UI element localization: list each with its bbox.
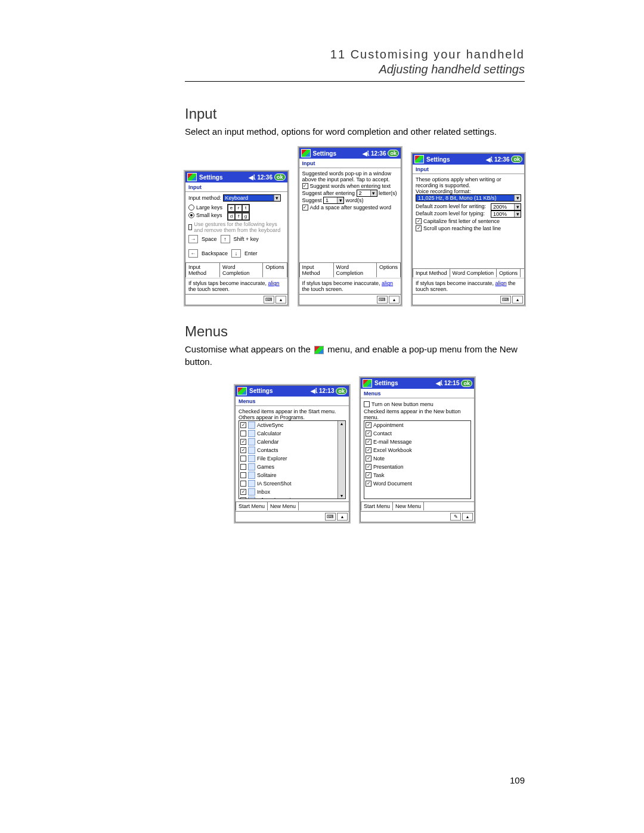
ok-button[interactable]: ok <box>274 174 286 181</box>
start-flag-icon[interactable] <box>363 379 372 388</box>
start-flag-icon[interactable] <box>187 173 197 181</box>
new-menu-list[interactable]: AppointmentContactE-mail MessageExcel Wo… <box>364 420 471 499</box>
tab-options[interactable]: Options <box>263 262 287 277</box>
gesture-shift-icon: ↑ <box>221 235 230 243</box>
list-item[interactable]: IA ScreenShot <box>239 479 345 488</box>
list-item[interactable]: Appointment <box>364 421 470 429</box>
list-item-label: File Explorer <box>257 456 287 462</box>
words-dropdown[interactable]: 1▾ <box>323 197 344 204</box>
gestures-checkbox[interactable]: Use gestures for the following keys and … <box>188 221 284 233</box>
tab-input-method[interactable]: Input Method <box>185 262 220 277</box>
tab-new-menu[interactable]: New Menu <box>268 501 299 510</box>
list-item[interactable]: Presentation <box>364 463 470 471</box>
start-flag-icon[interactable] <box>414 155 424 163</box>
small-keys-radio[interactable]: Small keys <box>188 212 222 218</box>
speaker-icon[interactable]: ◀ἱ <box>486 156 493 163</box>
list-item[interactable]: Calendar <box>239 438 345 446</box>
input-method-label: Input method: <box>188 195 221 201</box>
list-item-label: Presentation <box>373 464 404 470</box>
align-link[interactable]: align <box>382 280 393 286</box>
menus-new-intro: Checked items appear in the New button m… <box>364 408 471 420</box>
list-item[interactable]: Excel Workbook <box>364 446 470 454</box>
list-item-label: Games <box>257 464 274 470</box>
list-item[interactable]: Infrared Receive <box>239 496 345 499</box>
speaker-icon[interactable]: ◀ἱ <box>436 380 442 386</box>
capitalize-checkbox[interactable]: Capitalize first letter of sentence <box>416 218 500 224</box>
app-icon <box>248 472 255 479</box>
app-icon <box>248 438 255 445</box>
start-flag-icon[interactable] <box>301 149 311 157</box>
align-link[interactable]: align <box>496 280 507 286</box>
add-space-checkbox[interactable]: Add a space after suggested word <box>302 205 392 210</box>
app-icon <box>248 497 255 499</box>
recording-format-dropdown[interactable]: 11,025 Hz, 8 Bit, Mono (11 KB/s)▾ <box>416 194 521 202</box>
list-item[interactable]: Games <box>239 463 345 471</box>
list-item[interactable]: Note <box>364 454 470 463</box>
page-header: 11 Customising your handheld Adjusting h… <box>185 48 525 76</box>
sip-icon[interactable]: ⌨ <box>500 296 511 304</box>
gesture-space-icon: → <box>188 235 198 243</box>
tab-new-menu[interactable]: New Menu <box>393 501 424 510</box>
sip-icon[interactable]: ⌨ <box>264 296 274 304</box>
zoom-writing-dropdown[interactable]: 200%▾ <box>491 203 521 210</box>
sip-icon[interactable]: ⌨ <box>377 296 388 304</box>
list-item[interactable]: File Explorer <box>239 454 345 463</box>
sip-icon[interactable]: ✎ <box>450 513 461 521</box>
ok-button[interactable]: ok <box>388 150 399 157</box>
scrollbar[interactable]: ▴▾ <box>338 421 345 498</box>
list-item-label: Calendar <box>257 439 279 445</box>
suggest-count-row: Suggest 1▾ word(s) <box>302 197 398 204</box>
sip-up-icon[interactable]: ▴ <box>275 296 286 304</box>
screenshot-menus-start: Settings◀ἱ12:13ok Menus Checked items ap… <box>235 385 349 522</box>
ok-button[interactable]: ok <box>336 388 347 395</box>
sip-icon[interactable]: ⌨ <box>325 513 336 521</box>
list-item[interactable]: Task <box>364 471 470 479</box>
list-item-label: Contact <box>373 431 392 436</box>
scroll-checkbox[interactable]: Scroll upon reaching the last line <box>416 225 501 231</box>
list-item[interactable]: Calculator <box>239 429 345 438</box>
input-body: Select an input method, options for word… <box>185 126 525 138</box>
tabs: Input Method Word Completion Options <box>185 262 287 278</box>
start-flag-icon[interactable] <box>237 387 247 395</box>
key-preview: ert <box>227 204 250 212</box>
app-icon <box>248 488 255 496</box>
input-method-dropdown[interactable]: Keyboard▾ <box>223 194 281 202</box>
tab-start-menu[interactable]: Start Menu <box>361 501 393 510</box>
list-item[interactable]: Solitaire <box>239 471 345 479</box>
align-link[interactable]: align <box>268 280 280 286</box>
menus-heading: Menus <box>185 323 525 340</box>
list-item-label: IA ScreenShot <box>257 481 292 487</box>
turn-on-new-checkbox[interactable]: Turn on New button menu <box>364 401 434 407</box>
large-keys-radio[interactable]: Large keys <box>188 205 222 210</box>
ok-button[interactable]: ok <box>461 380 472 387</box>
speaker-icon[interactable]: ◀ἱ <box>249 174 255 181</box>
chevron-down-icon[interactable]: ▾ <box>274 195 280 201</box>
menus-start-intro: Checked items appear in the Start menu. … <box>239 408 346 420</box>
header-rule <box>185 81 525 82</box>
list-item-label: Infrared Receive <box>257 497 296 499</box>
speaker-icon[interactable]: ◀ἱ <box>363 150 369 157</box>
app-icon <box>248 463 255 470</box>
screenshot-input-method: Settings ◀ἱ 12:36 ok Input Input method:… <box>185 171 288 305</box>
list-item[interactable]: E-mail Message <box>364 438 470 446</box>
suggest-words-checkbox[interactable]: Suggest words when entering text <box>302 183 391 189</box>
list-item[interactable]: Contact <box>364 429 470 438</box>
app-icon <box>248 447 255 454</box>
input-screenshots-row: Settings ◀ἱ 12:36 ok Input Input method:… <box>185 147 525 305</box>
list-item[interactable]: Word Document <box>364 479 470 488</box>
stylus-note: If stylus taps become inaccurate, align … <box>185 278 287 294</box>
letters-dropdown[interactable]: 2▾ <box>357 190 377 197</box>
zoom-typing-dropdown[interactable]: 100%▾ <box>491 210 521 218</box>
list-item[interactable]: Inbox <box>239 488 345 496</box>
list-item[interactable]: ActiveSync <box>239 421 345 429</box>
screenshot-menus-new: Settings◀ἱ12:15ok Menus Turn on New butt… <box>360 377 475 522</box>
speaker-icon[interactable]: ◀ἱ <box>311 388 317 394</box>
tab-word-completion[interactable]: Word Completion <box>220 262 263 277</box>
start-menu-flag-icon <box>314 346 324 354</box>
input-heading: Input <box>185 106 525 122</box>
start-menu-list[interactable]: ActiveSyncCalculatorCalendarContactsFile… <box>239 420 346 499</box>
list-item[interactable]: Contacts <box>239 446 345 454</box>
app-title: Input <box>185 182 287 192</box>
tab-start-menu[interactable]: Start Menu <box>236 501 268 510</box>
ok-button[interactable]: ok <box>511 156 522 163</box>
